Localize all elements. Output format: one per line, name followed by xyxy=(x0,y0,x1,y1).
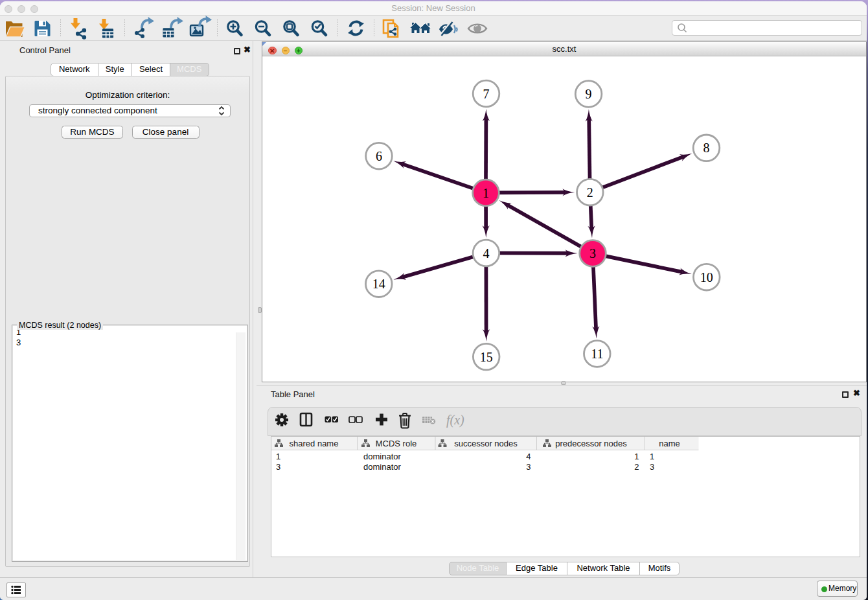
svg-text:3: 3 xyxy=(589,246,596,260)
svg-text:7: 7 xyxy=(483,87,490,101)
svg-text:MCDS role: MCDS role xyxy=(375,439,417,448)
svg-text:11: 11 xyxy=(591,347,603,361)
svg-text:15: 15 xyxy=(480,350,493,364)
svg-text:predecessor nodes: predecessor nodes xyxy=(555,439,627,448)
svg-text:8: 8 xyxy=(703,141,710,155)
svg-text:successor nodes: successor nodes xyxy=(454,439,518,448)
svg-text:14: 14 xyxy=(372,277,385,291)
svg-text:2: 2 xyxy=(587,185,593,200)
svg-text:4: 4 xyxy=(483,246,489,260)
svg-text:9: 9 xyxy=(586,87,592,101)
svg-text:f(x): f(x) xyxy=(446,413,464,428)
svg-text:10: 10 xyxy=(700,270,713,284)
svg-text:shared name: shared name xyxy=(289,439,338,448)
svg-text:1: 1 xyxy=(483,186,489,200)
svg-text:6: 6 xyxy=(376,149,382,163)
svg-text:name: name xyxy=(659,439,680,448)
